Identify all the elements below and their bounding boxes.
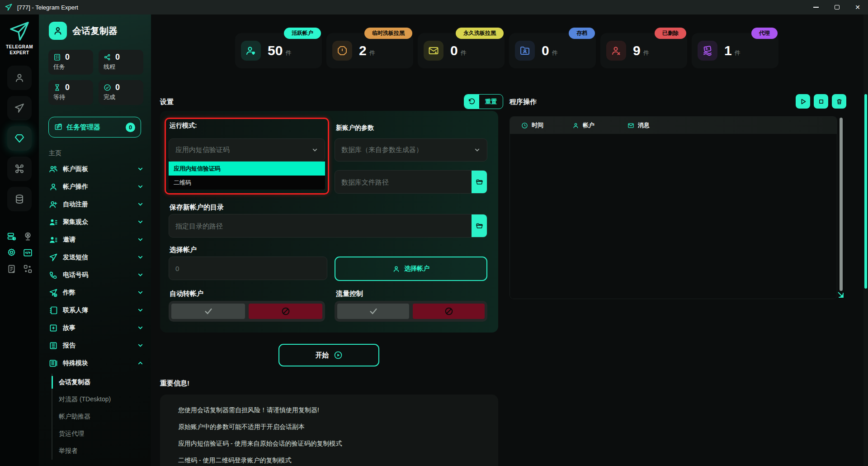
- dropdown-option-qr-code[interactable]: 二维码: [169, 176, 325, 190]
- warning-octagon-icon: [337, 45, 348, 56]
- play-icon: [800, 98, 807, 105]
- person-icon: [53, 26, 63, 36]
- task-manager-button[interactable]: 任务管理器 0: [48, 117, 141, 138]
- warning-line: 二维码 - 使用二维码登录账户的复制模式: [178, 452, 480, 466]
- sidebar-item-account-actions[interactable]: 帐户操作: [49, 178, 144, 195]
- stat-tasks: 0 任务: [48, 50, 93, 75]
- minimize-button[interactable]: [806, 0, 826, 14]
- stat-threads: 0 线程: [99, 50, 143, 75]
- rail-sender-button[interactable]: [7, 96, 32, 120]
- page-title: 会话复制器: [72, 25, 118, 37]
- sidebar-item-send-sms[interactable]: 发送短信: [49, 248, 144, 266]
- document-check-icon[interactable]: [5, 263, 17, 275]
- sidebar-item-phone-numbers[interactable]: 电话号码: [49, 266, 144, 284]
- sidebar-item-invite[interactable]: 邀请: [49, 231, 144, 248]
- swap-windows-icon[interactable]: [22, 263, 33, 275]
- submenu-item-convector[interactable]: 对流器 (TDesktop): [52, 391, 144, 408]
- save-dir-label: 保存新帐户的目录: [170, 203, 224, 212]
- submenu-item-session-copier[interactable]: 会话复制器: [52, 374, 144, 391]
- stat-done: 0 完成: [99, 80, 143, 105]
- sidebar-item-gather-audience[interactable]: 聚集观众: [49, 213, 144, 231]
- stat-badge: 存档: [569, 28, 595, 39]
- code-window-icon[interactable]: [22, 247, 33, 258]
- command-icon: [14, 163, 25, 174]
- auto-transfer-off-button[interactable]: [249, 304, 322, 319]
- submenu-item-freight-agent[interactable]: 货运代理: [52, 425, 144, 442]
- close-button[interactable]: ✕: [847, 0, 868, 14]
- close-icon: ✕: [855, 4, 860, 10]
- delete-button[interactable]: [832, 94, 846, 109]
- db-path-browse-button[interactable]: [472, 171, 487, 193]
- play-circle-icon: [334, 351, 343, 360]
- stop-button[interactable]: [814, 94, 828, 109]
- minimize-icon: [813, 7, 819, 8]
- select-account-button[interactable]: 选择帐户: [335, 257, 487, 281]
- app-window: [777] - Telegram Expert ✕ TELEGRAMEXPERT: [0, 0, 868, 466]
- share-nodes-icon: [104, 53, 111, 61]
- account-count-input[interactable]: [169, 257, 327, 280]
- rail-accounts-button[interactable]: [7, 66, 32, 90]
- person-plus-icon: [49, 200, 58, 209]
- person-icon: [392, 265, 400, 273]
- run-mode-select[interactable]: 应用内短信验证码: [169, 138, 325, 162]
- person-heart-icon: [245, 45, 256, 56]
- sidebar-item-account-panel[interactable]: 帐户面板: [49, 160, 144, 178]
- task-manager-label: 任务管理器: [66, 123, 100, 132]
- check-circle-icon: [104, 84, 111, 91]
- report-doc-icon: [49, 341, 58, 350]
- send-icon: [49, 253, 58, 262]
- stat-card-proxy: 代理 1件: [692, 33, 778, 68]
- reset-button[interactable]: 重置: [464, 94, 503, 109]
- maximize-icon: [835, 5, 840, 10]
- check-icon: [368, 306, 378, 316]
- server-check-icon[interactable]: [5, 230, 17, 242]
- check-icon: [203, 306, 213, 316]
- save-dir-input[interactable]: [169, 214, 472, 237]
- column-message: 消息: [627, 121, 650, 129]
- rail-command-button[interactable]: [7, 157, 32, 181]
- auto-transfer-on-button[interactable]: [171, 304, 245, 319]
- sidebar-item-auto-register[interactable]: 自动注册: [49, 195, 144, 213]
- bot-gear-icon[interactable]: [5, 247, 17, 258]
- traffic-control-on-button[interactable]: [337, 304, 409, 319]
- app-logo-icon: [5, 3, 13, 11]
- dropdown-option-sms-code[interactable]: 应用内短信验证码: [169, 162, 325, 176]
- settings-heading: 设置: [160, 98, 174, 106]
- traffic-control-toggle: [335, 301, 487, 322]
- chevron-down-icon: [137, 236, 144, 243]
- person-station-icon[interactable]: [22, 230, 33, 242]
- submenu-item-account-booster[interactable]: 帐户助推器: [52, 408, 144, 425]
- person-list-icon: [49, 218, 58, 227]
- sidebar-item-special-modules[interactable]: 特殊模块: [49, 354, 144, 372]
- save-dir-browse-button[interactable]: [472, 214, 487, 237]
- person-icon: [49, 182, 58, 191]
- sidebar-item-home[interactable]: 主页: [49, 147, 144, 160]
- rail-database-button[interactable]: [7, 187, 32, 211]
- new-account-params-select[interactable]: 数据库（来自参数生成器）: [335, 138, 487, 162]
- start-button[interactable]: 开始: [278, 344, 379, 366]
- maximize-button[interactable]: [826, 0, 847, 14]
- chevron-down-icon: [474, 147, 481, 153]
- brand-line2: EXPERT: [6, 50, 33, 56]
- play-button[interactable]: [796, 94, 810, 109]
- people-icon: [49, 165, 58, 174]
- person-x-icon: [611, 45, 622, 56]
- sidebar-item-stories[interactable]: 故事: [49, 319, 144, 337]
- rail-premium-button[interactable]: [7, 126, 32, 151]
- chevron-down-icon: [137, 324, 144, 331]
- auto-transfer-label: 自动转帐户: [170, 290, 203, 298]
- traffic-control-off-button[interactable]: [413, 304, 485, 319]
- plus-square-icon: [49, 323, 58, 333]
- table-header: 时间 帐户 消息: [510, 117, 837, 134]
- sidebar-item-reports[interactable]: 报告: [49, 337, 144, 354]
- run-mode-dropdown: 应用内短信验证码 二维码: [169, 162, 325, 190]
- resize-grip-icon[interactable]: [836, 290, 844, 299]
- table-scrollbar[interactable]: [840, 118, 843, 291]
- db-path-input[interactable]: [335, 171, 472, 193]
- submenu-item-reporter[interactable]: 举报者: [52, 442, 144, 460]
- database-icon: [14, 194, 25, 204]
- sidebar-item-contacts-book[interactable]: 联系人簿: [49, 301, 144, 319]
- important-heading: 重要信息!: [160, 379, 189, 388]
- sidebar-item-cheat[interactable]: 作弊: [49, 284, 144, 301]
- window-scrollbar-thumb[interactable]: [864, 94, 867, 289]
